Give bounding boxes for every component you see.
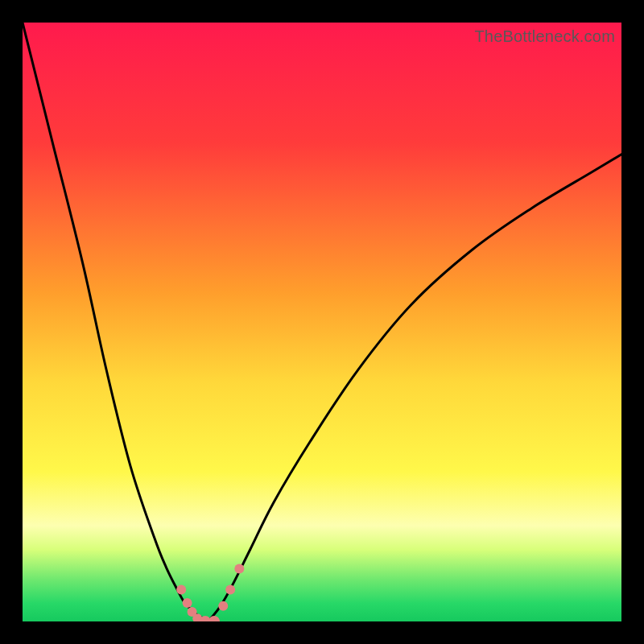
chart-svg — [23, 23, 621, 621]
marker-dot — [218, 601, 228, 611]
marker-dot — [225, 585, 235, 595]
chart-frame: TheBottleneck.com — [0, 0, 644, 644]
watermark-label: TheBottleneck.com — [474, 27, 615, 46]
plot-area: TheBottleneck.com — [23, 23, 621, 621]
marker-dot — [234, 564, 244, 574]
gradient-background — [23, 23, 621, 621]
marker-dot — [183, 598, 192, 608]
marker-dot — [176, 585, 186, 595]
